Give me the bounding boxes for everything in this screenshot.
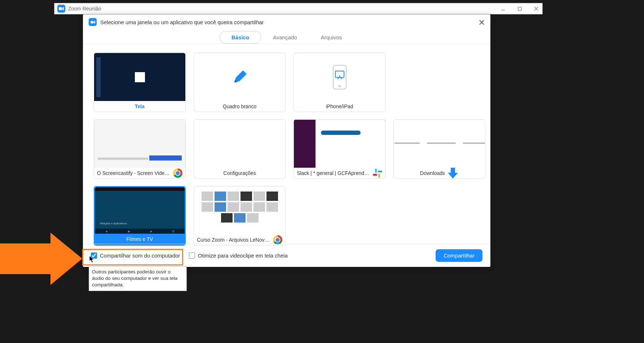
tooltip: Outros participantes poderão ouvir o áud… xyxy=(89,266,187,291)
chrome-icon xyxy=(173,168,182,178)
zoom-icon xyxy=(89,18,97,26)
dialog-title: Selecione uma janela ou um aplicativo qu… xyxy=(100,19,264,25)
thumbnail-config xyxy=(194,120,285,168)
zoom-window-titlebar: Zoom Reunião xyxy=(54,3,543,14)
tab-basic[interactable]: Básico xyxy=(220,31,261,44)
dialog-footer: Compartilhar som do computador Otimize p… xyxy=(83,244,490,267)
thumbnail-filmes: Widgets e Aplicativos ◄▶■⚙ xyxy=(95,187,185,234)
share-item-label: iPhone/iPad xyxy=(326,104,353,109)
share-item-label: Configurações xyxy=(223,170,256,176)
thumbnail-screencastify xyxy=(94,120,185,168)
window-title: Zoom Reunião xyxy=(68,6,101,12)
chrome-icon xyxy=(273,235,282,245)
share-grid: Tela Quadro branco iPhone/iPad O Screenc… xyxy=(83,44,490,249)
share-item-slack[interactable]: Slack | * general | GCFAprendeLibre xyxy=(294,119,385,179)
share-item-downloads[interactable]: Downloads xyxy=(393,119,485,179)
slack-icon xyxy=(373,168,382,178)
dialog-header: Selecione uma janela ou um aplicativo qu… xyxy=(83,14,490,30)
window-controls xyxy=(500,5,539,12)
share-item-whiteboard[interactable]: Quadro branco xyxy=(194,53,286,112)
whiteboard-icon xyxy=(194,53,285,101)
tab-advanced[interactable]: Avançado xyxy=(261,31,309,44)
cursor-icon xyxy=(89,255,95,265)
share-item-screencastify[interactable]: O Screencastify - Screen Video Re... xyxy=(94,119,186,179)
svg-rect-5 xyxy=(91,21,93,23)
iphone-icon xyxy=(294,53,385,101)
thumbnail-screen xyxy=(94,53,185,101)
optimize-label: Otimize para videoclipe em tela cheia xyxy=(198,252,288,259)
minimize-button[interactable] xyxy=(500,5,506,12)
share-item-configuracoes[interactable]: Configurações xyxy=(194,119,286,179)
share-item-label: Slack | * general | GCFAprendeLibre xyxy=(297,170,371,176)
share-item-label: Filmes e TV xyxy=(126,236,153,242)
share-item-iphone-ipad[interactable]: iPhone/iPad xyxy=(294,53,385,112)
svg-rect-2 xyxy=(518,7,521,10)
share-sound-label: Compartilhar som do computador xyxy=(100,252,180,259)
download-arrow-icon xyxy=(447,166,459,180)
close-window-button[interactable] xyxy=(533,5,539,12)
share-item-label: Downloads xyxy=(420,170,445,176)
share-item-filmes-tv[interactable]: Widgets e Aplicativos ◄▶■⚙ Filmes e TV xyxy=(94,186,186,246)
maximize-button[interactable] xyxy=(516,5,523,12)
share-item-label: Curso Zoom - Arquivos LeNovo -... xyxy=(197,237,271,243)
zoom-icon xyxy=(57,5,65,13)
tab-bar: Básico Avançado Arquivos xyxy=(83,31,490,44)
close-dialog-button[interactable] xyxy=(479,19,485,27)
share-item-label: Quadro branco xyxy=(223,104,256,109)
share-item-label: O Screencastify - Screen Video Re... xyxy=(97,170,171,176)
share-item-screen[interactable]: Tela xyxy=(94,53,186,112)
share-item-curso-zoom[interactable]: Curso Zoom - Arquivos LeNovo -... xyxy=(194,186,286,246)
optimize-input[interactable] xyxy=(189,252,195,259)
share-computer-sound-checkbox[interactable]: Compartilhar som do computador xyxy=(91,252,180,259)
thumbnail-slack xyxy=(294,120,385,168)
tab-files[interactable]: Arquivos xyxy=(309,31,354,44)
share-item-label: Tela xyxy=(135,104,145,109)
share-button[interactable]: Compartilhar xyxy=(436,249,482,262)
share-screen-dialog: Selecione uma janela ou um aplicativo qu… xyxy=(83,14,490,267)
annotation-arrow xyxy=(0,233,83,286)
svg-rect-0 xyxy=(59,7,62,10)
svg-point-9 xyxy=(339,85,341,87)
thumbnail-downloads xyxy=(394,120,485,168)
optimize-video-checkbox[interactable]: Otimize para videoclipe em tela cheia xyxy=(189,252,288,259)
thumbnail-curso xyxy=(194,186,285,234)
